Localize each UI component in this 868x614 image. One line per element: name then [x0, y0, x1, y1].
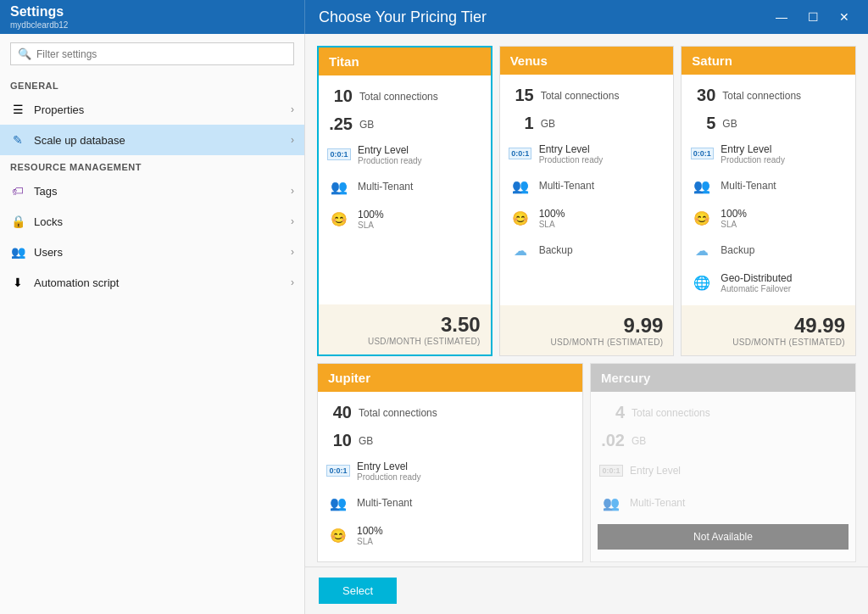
sidebar-label-scale-up: Scale up database — [34, 134, 282, 147]
saturn-geo-icon: 🌐 — [690, 271, 714, 294]
sidebar-item-scale-up[interactable]: ✎ Scale up database › — [0, 125, 304, 155]
jupiter-multitenant-row: 👥 Multi-Tenant — [318, 487, 582, 519]
pricing-minimize-btn[interactable]: — — [771, 8, 793, 25]
chevron-properties: › — [291, 103, 294, 115]
tier-venus[interactable]: Venus 15 Total connections 1 GB — [499, 46, 675, 356]
jupiter-entry-row: 0:0:1 Entry Level Production ready — [318, 455, 582, 487]
sidebar-item-automation[interactable]: ⬇ Automation script › — [0, 267, 304, 298]
titan-multitenant-icon: 👥 — [327, 175, 351, 198]
mercury-gb-row: .02 GB — [591, 427, 855, 455]
tier-mercury[interactable]: Mercury 4 Total connections .02 GB — [590, 363, 856, 562]
general-section-label: GENERAL — [0, 74, 304, 94]
venus-multitenant-row: 👥 Multi-Tenant — [500, 170, 674, 202]
select-area: Select — [305, 567, 868, 614]
venus-connections-row: 15 Total connections — [500, 81, 674, 109]
saturn-entry-icon: 0:0:1 — [690, 142, 714, 165]
search-icon: 🔍 — [18, 47, 31, 60]
tags-icon: 🏷 — [10, 184, 25, 198]
settings-subtitle: mydbcleardb12 — [10, 20, 68, 30]
venus-entry-icon: 0:0:1 — [509, 142, 532, 165]
saturn-connections-row: 30 Total connections — [682, 81, 855, 109]
chevron-automation: › — [291, 276, 294, 288]
automation-icon: ⬇ — [10, 276, 25, 289]
titan-connections-row: 10 Total connections — [319, 82, 491, 110]
jupiter-sla-icon: 😊 — [326, 523, 350, 547]
sidebar-item-users[interactable]: 👥 Users › — [0, 237, 304, 267]
filter-settings-input[interactable] — [36, 48, 287, 60]
saturn-multitenant-icon: 👥 — [690, 174, 714, 198]
venus-entry-row: 0:0:1 Entry Level Production ready — [500, 137, 674, 170]
sidebar-item-properties[interactable]: ☰ Properties › — [0, 94, 304, 125]
jupiter-multitenant-icon: 👥 — [326, 491, 350, 515]
sidebar-label-properties: Properties — [34, 103, 282, 116]
saturn-geo-row: 🌐 Geo-Distributed Automatic Failover — [682, 266, 855, 299]
settings-window-title: Settings — [10, 4, 64, 20]
not-available-banner: Not Available — [598, 524, 849, 550]
chevron-locks: › — [291, 215, 294, 227]
sidebar-label-users: Users — [34, 246, 282, 259]
mercury-connections-row: 4 Total connections — [591, 399, 855, 427]
pricing-window-title: Choose Your Pricing Tier — [319, 8, 487, 26]
locks-icon: 🔒 — [10, 215, 25, 228]
jupiter-connections-row: 40 Total connections — [318, 399, 582, 427]
jupiter-entry-icon: 0:0:1 — [326, 459, 350, 483]
tier-titan[interactable]: Titan 10 Total connections .25 GB — [317, 46, 492, 356]
sidebar-item-tags[interactable]: 🏷 Tags › — [0, 176, 304, 206]
tier-venus-header: Venus — [500, 47, 674, 75]
titan-entry-icon: 0:0:1 — [327, 142, 351, 166]
sidebar-label-locks: Locks — [34, 215, 282, 228]
tier-jupiter[interactable]: Jupiter 40 Total connections 10 GB — [317, 363, 583, 562]
venus-sla-icon: 😊 — [509, 206, 532, 230]
venus-multitenant-icon: 👥 — [509, 174, 532, 198]
properties-icon: ☰ — [10, 103, 25, 116]
saturn-backup-row: ☁ Backup — [682, 234, 855, 266]
tier-saturn-header: Saturn — [682, 47, 855, 75]
tier-mercury-header: Mercury — [591, 364, 855, 392]
chevron-scale-up: › — [291, 134, 294, 146]
venus-price-area: 9.99 USD/MONTH (ESTIMATED) — [500, 305, 674, 355]
chevron-tags: › — [291, 185, 294, 197]
saturn-backup-icon: ☁ — [690, 238, 714, 262]
titan-gb-row: .25 GB — [319, 110, 491, 138]
tier-saturn[interactable]: Saturn 30 Total connections 5 GB — [681, 46, 856, 356]
jupiter-gb-row: 10 GB — [318, 427, 582, 455]
mercury-multitenant-row: 👥 Multi-Tenant — [591, 487, 855, 519]
mercury-entry-icon: 0:0:1 — [599, 459, 623, 483]
sidebar-label-tags: Tags — [34, 185, 282, 198]
saturn-multitenant-row: 👥 Multi-Tenant — [682, 170, 855, 202]
saturn-price-area: 49.99 USD/MONTH (ESTIMATED) — [682, 305, 855, 355]
tier-titan-header: Titan — [319, 47, 491, 75]
mercury-entry-row: 0:0:1 Entry Level — [591, 455, 855, 487]
select-button[interactable]: Select — [319, 578, 397, 604]
users-icon: 👥 — [10, 245, 25, 259]
venus-backup-icon: ☁ — [509, 238, 532, 262]
scale-up-icon: ✎ — [10, 133, 25, 147]
titan-multitenant-row: 👥 Multi-Tenant — [319, 170, 491, 203]
saturn-sla-row: 😊 100% SLA — [682, 202, 855, 234]
venus-sla-row: 😊 100% SLA — [500, 202, 674, 234]
tier-jupiter-header: Jupiter — [318, 364, 582, 392]
chevron-users: › — [291, 246, 294, 258]
titan-sla-row: 😊 100% SLA — [319, 203, 491, 235]
pricing-close-btn[interactable]: ✕ — [834, 8, 854, 25]
pricing-maximize-btn[interactable]: ☐ — [803, 8, 824, 25]
jupiter-sla-row: 😊 100% SLA — [318, 519, 582, 551]
saturn-gb-row: 5 GB — [682, 109, 855, 137]
titan-sla-icon: 😊 — [327, 207, 351, 231]
venus-backup-row: ☁ Backup — [500, 234, 674, 266]
sidebar-item-locks[interactable]: 🔒 Locks › — [0, 206, 304, 237]
titan-entry-row: 0:0:1 Entry Level Production ready — [319, 138, 491, 170]
saturn-sla-icon: 😊 — [690, 206, 714, 230]
venus-gb-row: 1 GB — [500, 109, 674, 137]
saturn-entry-row: 0:0:1 Entry Level Production ready — [682, 137, 855, 170]
sidebar-label-automation: Automation script — [34, 276, 282, 289]
mercury-multitenant-icon: 👥 — [599, 491, 623, 515]
titan-price-area: 3.50 USD/MONTH (ESTIMATED) — [319, 304, 491, 354]
resource-section-label: RESOURCE MANAGEMENT — [0, 155, 304, 176]
